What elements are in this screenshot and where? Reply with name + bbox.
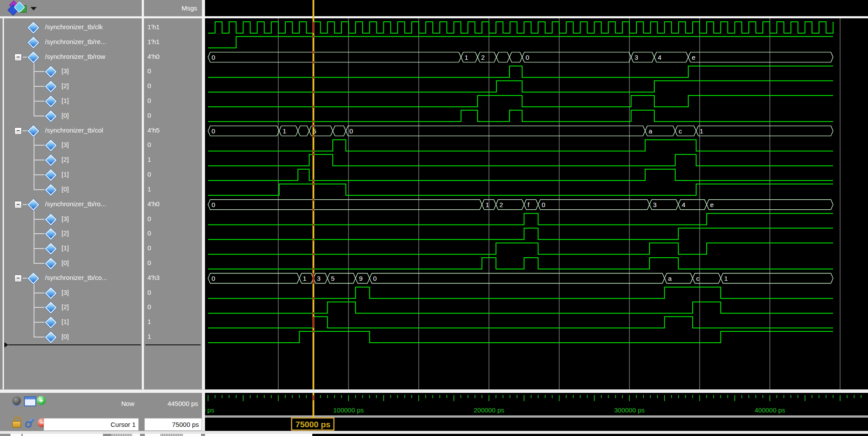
signal-bit-name: [1]: [62, 244, 69, 252]
signal-bit-row[interactable]: [0]: [0, 182, 140, 197]
svg-text:5: 5: [331, 275, 335, 282]
svg-text:100000 ps: 100000 ps: [333, 406, 364, 414]
signal-diamond-icon: [27, 125, 39, 137]
signal-bit-row[interactable]: [2]: [0, 79, 140, 94]
signal-bit-name: [2]: [62, 229, 69, 237]
msgs-value: 0: [147, 215, 151, 222]
msgs-value: 1: [147, 185, 151, 193]
svg-text:1: 1: [303, 275, 306, 282]
svg-text:c: c: [679, 127, 682, 135]
insertion-line-msgs: [145, 344, 201, 345]
wave-window-icon[interactable]: [8, 1, 31, 15]
signal-names-panel[interactable]: /synchronizer_tb/clk/synchronizer_tb/re.…: [0, 18, 202, 389]
signal-bit-name: [1]: [62, 97, 69, 104]
signal-row[interactable]: /synchronizer_tb/co...: [0, 271, 140, 286]
svg-text:a: a: [668, 275, 672, 282]
signal-bit-row[interactable]: [2]: [0, 153, 140, 167]
signal-name: /synchronizer_tb/clk: [45, 23, 103, 31]
waveform-canvas[interactable]: 012034e0150ac1012f034e013590ac1: [205, 0, 868, 389]
svg-text:0: 0: [212, 127, 215, 135]
msgs-wave-divider[interactable]: [202, 0, 205, 434]
signal-bit-row[interactable]: [0]: [0, 109, 140, 123]
edit-cursor-icon[interactable]: [26, 418, 35, 427]
insertion-line[interactable]: [8, 344, 141, 345]
svg-text:2: 2: [499, 201, 503, 208]
msgs-value: 0: [147, 97, 151, 104]
svg-text:200000 ps: 200000 ps: [474, 406, 504, 414]
svg-text:1: 1: [465, 54, 468, 61]
svg-text:1: 1: [485, 201, 489, 208]
dropdown-arrow-icon[interactable]: [31, 7, 37, 10]
signal-row[interactable]: /synchronizer_tb/ro...: [0, 197, 140, 212]
signal-bit-name: [2]: [62, 303, 69, 310]
signal-diamond-icon: [27, 51, 39, 63]
signal-bit-row[interactable]: [3]: [0, 64, 140, 79]
signal-row[interactable]: /synchronizer_tb/re...: [0, 35, 140, 50]
signal-diamond-icon: [45, 169, 57, 181]
svg-text:1: 1: [724, 275, 728, 282]
cursor-value-box[interactable]: 75000 ps: [144, 418, 202, 431]
signal-name: /synchronizer_tb/row: [45, 53, 105, 60]
signal-bit-name: [3]: [62, 215, 69, 222]
cursor-name-box[interactable]: Cursor 1: [44, 418, 139, 431]
signal-bit-row[interactable]: [0]: [0, 256, 140, 271]
svg-text:1: 1: [283, 127, 286, 135]
svg-text:400000 ps: 400000 ps: [755, 406, 785, 414]
signal-bit-row[interactable]: [0]: [0, 330, 140, 344]
signal-diamond-icon: [27, 272, 39, 284]
msgs-value: 1'h1: [147, 23, 160, 31]
signal-diamond-icon: [45, 331, 57, 343]
window-icon[interactable]: [24, 396, 36, 406]
signal-name: /synchronizer_tb/co...: [45, 274, 107, 281]
signal-diamond-icon: [45, 228, 57, 240]
signal-bit-row[interactable]: [2]: [0, 300, 140, 315]
svg-text:0: 0: [542, 201, 545, 208]
signal-diamond-icon: [45, 214, 57, 225]
signal-bit-name: [0]: [62, 259, 69, 266]
signal-bit-name: [2]: [62, 82, 69, 89]
signal-bit-name: [1]: [62, 318, 69, 325]
now-label: Now: [65, 400, 134, 407]
signal-diamond-icon: [45, 110, 57, 122]
msgs-value: 0: [147, 303, 151, 310]
svg-text:e: e: [692, 54, 695, 61]
bottom-scroll-strip[interactable]: [0, 434, 868, 436]
signal-diamond-icon: [45, 317, 57, 328]
timeline-canvas[interactable]: 0 ps100000 ps200000 ps300000 ps400000 ps…: [205, 393, 868, 431]
signal-diamond-icon: [45, 154, 57, 166]
now-value: 445000 ps: [144, 400, 198, 407]
msgs-value: 1: [147, 333, 151, 340]
edit-clock-icon[interactable]: [12, 396, 21, 405]
cursor-time-box: 75000 ps: [295, 420, 330, 429]
signal-row[interactable]: /synchronizer_tb/row: [0, 50, 140, 65]
signal-bit-row[interactable]: [3]: [0, 138, 140, 153]
signal-row[interactable]: /synchronizer_tb/clk: [0, 20, 140, 35]
signal-bit-name: [2]: [62, 156, 69, 163]
msgs-value: 0: [147, 259, 151, 266]
names-msgs-divider[interactable]: [142, 0, 144, 434]
signal-bit-row[interactable]: [3]: [0, 212, 140, 227]
signal-diamond-icon: [27, 199, 39, 211]
signal-bit-row[interactable]: [1]: [0, 94, 140, 109]
signal-bit-name: [3]: [62, 289, 69, 296]
panel-left-border: [3, 18, 4, 389]
signal-bit-row[interactable]: [1]: [0, 315, 140, 330]
signal-diamond-icon: [27, 22, 39, 34]
msgs-value: 0: [147, 141, 151, 148]
msgs-value: 4'h3: [147, 274, 160, 281]
signal-bit-row[interactable]: [1]: [0, 167, 140, 182]
signal-bit-row[interactable]: [2]: [0, 226, 140, 241]
svg-text:0: 0: [526, 54, 529, 61]
add-cursor-icon[interactable]: +: [37, 396, 46, 405]
msgs-value: 0: [147, 67, 151, 75]
msgs-value: 4'h5: [147, 126, 160, 134]
signal-bit-row[interactable]: [1]: [0, 241, 140, 256]
msgs-value: 0: [147, 170, 151, 178]
msgs-value: 0: [147, 289, 151, 296]
signal-bit-name: [3]: [62, 67, 69, 75]
signal-row[interactable]: /synchronizer_tb/col: [0, 123, 140, 138]
signal-diamond-icon: [45, 302, 57, 313]
svg-text:3: 3: [317, 275, 321, 282]
signal-bit-row[interactable]: [3]: [0, 286, 140, 300]
msgs-value: 1'h1: [147, 38, 160, 45]
